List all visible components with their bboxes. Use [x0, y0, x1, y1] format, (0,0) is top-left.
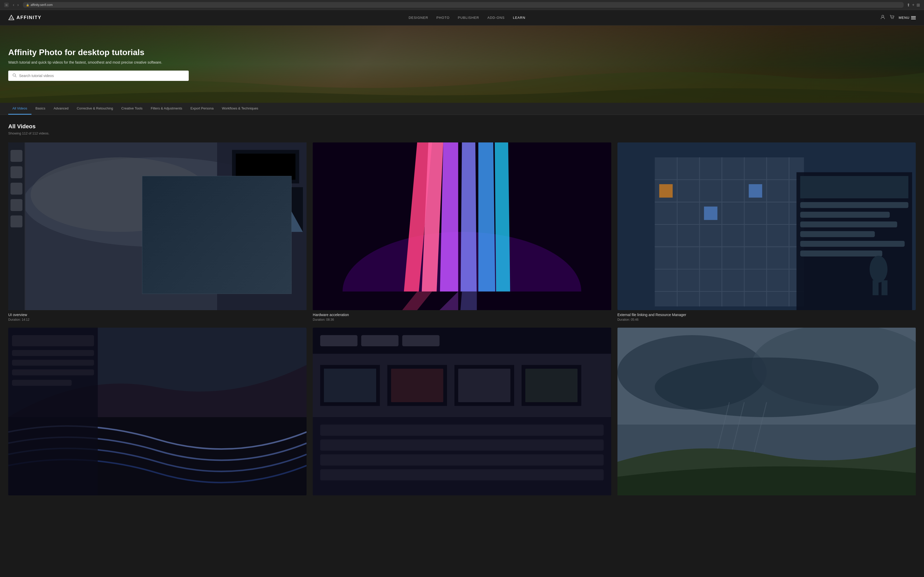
svg-rect-70	[313, 328, 611, 354]
tab-basics[interactable]: Basics	[31, 103, 50, 114]
video-thumb-6	[617, 328, 916, 495]
video-card-2[interactable]: Hardware acceleration Duration: 08:36	[313, 142, 611, 321]
nav-actions: MENU	[880, 15, 916, 21]
hero-section: Affinity Photo for desktop tutorials Wat…	[0, 26, 924, 103]
svg-rect-84	[320, 440, 604, 451]
svg-rect-18	[221, 187, 303, 232]
tab-advanced[interactable]: Advanced	[50, 103, 73, 114]
video-thumb-1	[8, 142, 307, 310]
video-thumb-5	[313, 328, 611, 495]
nav-photo[interactable]: PHOTO	[436, 15, 450, 21]
svg-rect-81	[525, 369, 578, 402]
video-grid: UI overview Duration: 14:12	[8, 142, 916, 498]
svg-rect-83	[320, 424, 604, 435]
nav-publisher[interactable]: PUBLISHER	[458, 15, 479, 21]
svg-rect-75	[324, 369, 376, 402]
logo[interactable]: AFFINITY	[8, 15, 42, 21]
svg-rect-66	[12, 359, 94, 366]
browser-nav-arrows[interactable]: ‹ ›	[12, 2, 20, 8]
nav-designer[interactable]: DESIGNER	[409, 15, 428, 21]
svg-rect-13	[11, 166, 23, 178]
svg-rect-51	[800, 176, 908, 198]
video-card-6[interactable]	[617, 328, 916, 498]
tab-export-persona[interactable]: Export Persona	[186, 103, 218, 114]
search-icon	[12, 73, 16, 78]
hero-title: Affinity Photo for desktop tutorials	[8, 48, 189, 57]
svg-rect-54	[800, 221, 897, 227]
bookmark-button[interactable]: +	[912, 3, 914, 8]
hero-subtitle: Watch tutorial and quick tip videos for …	[8, 60, 189, 64]
nav-learn[interactable]: LEARN	[513, 15, 525, 21]
share-button[interactable]: ⬆	[907, 3, 910, 8]
video-duration-2: Duration: 08:36	[313, 318, 611, 321]
window-icon: ⊞	[4, 3, 9, 7]
address-bar[interactable]: 🔒 affinity.serif.com	[23, 2, 904, 8]
video-title-2: Hardware acceleration	[313, 313, 611, 317]
cart-button[interactable]	[890, 15, 895, 21]
main-content: All Videos Showing 112 of 112 videos.	[0, 115, 924, 506]
video-title-3: External file linking and Resource Manag…	[617, 313, 916, 317]
tab-corrective-retouching[interactable]: Corrective & Retouching	[73, 103, 117, 114]
browser-chrome: ⊞ ‹ › 🔒 affinity.serif.com ⬆ + ⊞	[0, 0, 924, 10]
account-button[interactable]	[880, 15, 885, 21]
video-duration-1: Duration: 14:12	[8, 318, 307, 321]
nav-addons[interactable]: ADD-ONS	[488, 15, 505, 21]
search-input[interactable]	[19, 74, 184, 78]
svg-rect-57	[800, 251, 882, 256]
svg-rect-60	[882, 280, 887, 295]
svg-point-9	[31, 157, 210, 232]
svg-rect-11	[25, 142, 26, 310]
svg-line-6	[15, 76, 16, 77]
svg-rect-71	[320, 335, 358, 346]
svg-rect-59	[872, 280, 878, 295]
window-controls: ⊞	[4, 3, 9, 7]
svg-rect-72	[361, 335, 399, 346]
svg-point-3	[892, 18, 892, 19]
svg-point-58	[870, 256, 887, 282]
svg-rect-52	[800, 202, 908, 208]
svg-rect-12	[11, 150, 23, 162]
svg-rect-15	[11, 199, 23, 211]
svg-rect-16	[11, 216, 23, 227]
menu-lines-icon	[911, 16, 916, 19]
svg-marker-28	[495, 142, 510, 310]
svg-rect-77	[391, 369, 443, 402]
svg-rect-53	[800, 212, 890, 218]
video-card-5[interactable]	[313, 328, 611, 498]
svg-rect-56	[800, 241, 905, 247]
tab-filters-adjustments[interactable]: Filters & Adjustments	[147, 103, 186, 114]
tab-workflows-techniques[interactable]: Workflows & Techniques	[218, 103, 262, 114]
category-tabs: All Videos Basics Advanced Corrective & …	[0, 103, 924, 115]
navbar: AFFINITY DESIGNER PHOTO PUBLISHER ADD-ON…	[0, 10, 924, 26]
video-card-3[interactable]: External file linking and Resource Manag…	[617, 142, 916, 321]
menu-button[interactable]: MENU	[899, 16, 916, 19]
video-duration-3: Duration: 05:46	[617, 318, 916, 321]
logo-text: AFFINITY	[16, 15, 42, 20]
svg-marker-0	[9, 15, 14, 20]
video-title-1: UI overview	[8, 313, 307, 317]
video-card-1[interactable]: UI overview Duration: 14:12	[8, 142, 307, 321]
back-button[interactable]: ‹	[12, 2, 15, 8]
search-bar[interactable]	[8, 71, 189, 81]
browser-actions: ⬆ + ⊞	[907, 3, 920, 8]
svg-rect-73	[402, 335, 440, 346]
svg-marker-32	[460, 292, 477, 310]
svg-marker-27	[478, 142, 496, 310]
svg-rect-86	[320, 469, 604, 480]
svg-rect-67	[12, 369, 94, 375]
affinity-logo-icon	[8, 15, 15, 21]
tab-all-videos[interactable]: All Videos	[8, 103, 31, 114]
tab-creative-tools[interactable]: Creative Tools	[117, 103, 147, 114]
section-title: All Videos	[8, 123, 916, 130]
tabs-button[interactable]: ⊞	[916, 3, 920, 8]
video-card-4[interactable]	[8, 328, 307, 498]
svg-point-4	[893, 18, 893, 19]
video-thumb-4	[8, 328, 307, 495]
svg-rect-47	[659, 184, 673, 198]
hero-content: Affinity Photo for desktop tutorials Wat…	[8, 48, 189, 81]
svg-rect-48	[704, 206, 717, 220]
forward-button[interactable]: ›	[16, 2, 19, 8]
video-thumb-2	[313, 142, 611, 310]
svg-rect-20	[236, 153, 295, 179]
svg-rect-55	[800, 231, 875, 237]
